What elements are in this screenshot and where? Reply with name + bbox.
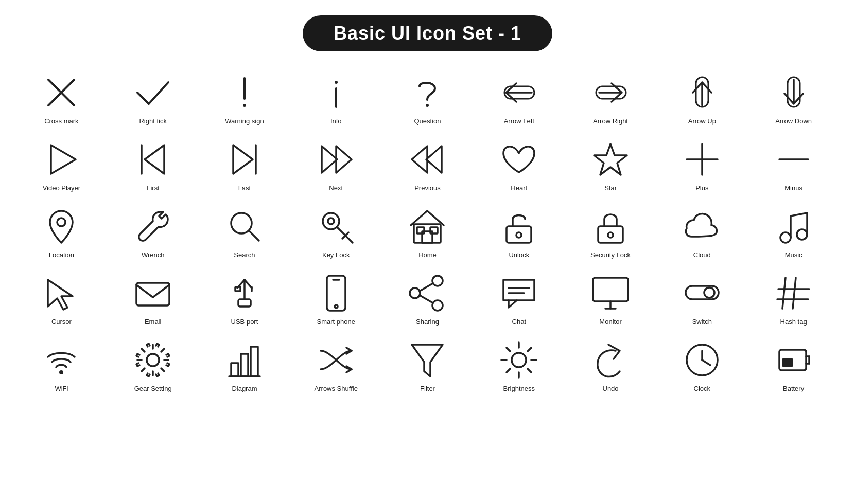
video-player-label: Video Player xyxy=(43,184,80,193)
svg-line-26 xyxy=(250,231,259,241)
icon-cell-battery: Battery xyxy=(748,334,840,396)
star-label: Star xyxy=(604,184,617,193)
cursor-label: Cursor xyxy=(51,318,72,327)
question-label: Question xyxy=(414,117,441,126)
icon-cell-smart-phone: Smart phone xyxy=(290,267,382,329)
svg-line-90 xyxy=(702,360,710,365)
arrow-right-label: Arrow Right xyxy=(593,117,628,126)
svg-point-57 xyxy=(410,288,420,298)
warning-sign-label: Warning sign xyxy=(225,117,264,126)
music-label: Music xyxy=(785,251,802,260)
icon-cell-music: Music xyxy=(748,201,840,262)
icon-cell-previous: Previous xyxy=(382,134,474,195)
icon-cell-undo: Undo xyxy=(565,334,656,396)
icon-cell-video-player: Video Player xyxy=(16,134,108,195)
cloud-label: Cloud xyxy=(693,251,711,260)
icon-cell-clock: Clock xyxy=(656,334,748,396)
icon-cell-first: First xyxy=(107,134,199,195)
icon-cell-diagram: Diagram xyxy=(199,334,290,396)
svg-marker-16 xyxy=(322,146,337,173)
svg-rect-95 xyxy=(782,358,793,367)
svg-point-79 xyxy=(512,353,526,367)
icon-cell-brightness: Brightness xyxy=(473,334,565,396)
last-label: Last xyxy=(238,184,251,193)
arrow-left-label: Arrow Left xyxy=(504,117,534,126)
svg-line-87 xyxy=(507,369,510,372)
svg-line-86 xyxy=(528,348,531,351)
svg-point-4 xyxy=(335,81,338,84)
icon-cell-search: Search xyxy=(199,201,290,262)
icon-cell-switch: Switch xyxy=(656,267,748,329)
icon-cell-warning-sign: Warning sign xyxy=(199,67,290,129)
svg-marker-13 xyxy=(145,145,164,174)
previous-label: Previous xyxy=(414,184,441,193)
svg-point-6 xyxy=(426,104,429,107)
svg-rect-36 xyxy=(507,226,531,243)
home-label: Home xyxy=(418,251,437,260)
svg-point-41 xyxy=(797,229,807,240)
svg-point-73 xyxy=(147,354,159,366)
arrows-shuffle-label: Arrows Shuffle xyxy=(315,385,358,393)
icon-cell-minus: Minus xyxy=(748,134,840,195)
svg-point-67 xyxy=(704,287,714,298)
icon-cell-filter: Filter xyxy=(382,334,474,396)
arrow-down-label: Arrow Down xyxy=(775,117,812,126)
svg-point-56 xyxy=(432,276,443,286)
svg-line-69 xyxy=(793,278,796,309)
usb-port-label: USB port xyxy=(231,318,258,327)
svg-point-24 xyxy=(57,218,65,226)
info-label: Info xyxy=(330,117,342,126)
right-tick-label: Right tick xyxy=(139,117,166,126)
icon-cell-arrow-left: Arrow Left xyxy=(473,67,565,129)
icon-cell-arrows-shuffle: Arrows Shuffle xyxy=(290,334,382,396)
icon-cell-gear-setting: Gear Setting xyxy=(107,334,199,396)
svg-marker-18 xyxy=(426,146,442,173)
svg-line-59 xyxy=(420,283,433,291)
svg-line-44 xyxy=(791,213,807,216)
icon-cell-plus: Plus xyxy=(656,134,748,195)
plus-label: Plus xyxy=(695,184,708,193)
cross-mark-label: Cross mark xyxy=(44,117,78,126)
location-label: Location xyxy=(49,251,74,260)
icon-cell-usb-port: USB port xyxy=(199,267,290,329)
svg-point-37 xyxy=(516,232,521,238)
svg-rect-38 xyxy=(598,226,623,243)
icon-cell-cloud: Cloud xyxy=(656,201,748,262)
smart-phone-label: Smart phone xyxy=(317,318,355,327)
svg-rect-35 xyxy=(430,227,438,233)
icon-cell-hash-tag: Hash tag xyxy=(748,267,840,329)
icon-cell-sharing: Sharing xyxy=(382,267,474,329)
unlock-label: Unlock xyxy=(509,251,529,260)
svg-rect-63 xyxy=(593,278,628,301)
svg-point-25 xyxy=(231,213,252,233)
svg-line-60 xyxy=(420,295,433,303)
svg-rect-47 xyxy=(238,299,251,307)
svg-point-39 xyxy=(608,232,613,238)
icon-cell-key-lock: Key Lock xyxy=(290,201,382,262)
svg-rect-76 xyxy=(241,354,248,376)
minus-label: Minus xyxy=(784,184,802,193)
svg-marker-11 xyxy=(51,145,76,174)
icon-cell-arrow-down: Arrow Down xyxy=(748,67,840,129)
icon-cell-wrench: Wrench xyxy=(107,201,199,262)
search-label: Search xyxy=(234,251,255,260)
icon-cell-chat: Chat xyxy=(473,267,565,329)
svg-point-28 xyxy=(328,218,334,224)
icon-cell-wifi: WiFi xyxy=(16,334,108,396)
svg-rect-51 xyxy=(235,287,240,291)
icon-cell-question: Question xyxy=(382,67,474,129)
svg-line-84 xyxy=(507,348,510,351)
icon-cell-right-tick: Right tick xyxy=(107,67,199,129)
svg-marker-15 xyxy=(233,145,253,174)
svg-marker-19 xyxy=(412,146,427,173)
sharing-label: Sharing xyxy=(416,318,439,327)
icon-cell-unlock: Unlock xyxy=(473,201,565,262)
svg-rect-77 xyxy=(251,347,258,376)
svg-rect-75 xyxy=(231,363,238,376)
svg-marker-17 xyxy=(336,146,352,173)
switch-label: Switch xyxy=(692,318,712,327)
icon-cell-heart: Heart xyxy=(473,134,565,195)
svg-marker-45 xyxy=(48,280,73,310)
heart-label: Heart xyxy=(511,184,527,193)
security-lock-label: Security Lock xyxy=(590,251,631,260)
